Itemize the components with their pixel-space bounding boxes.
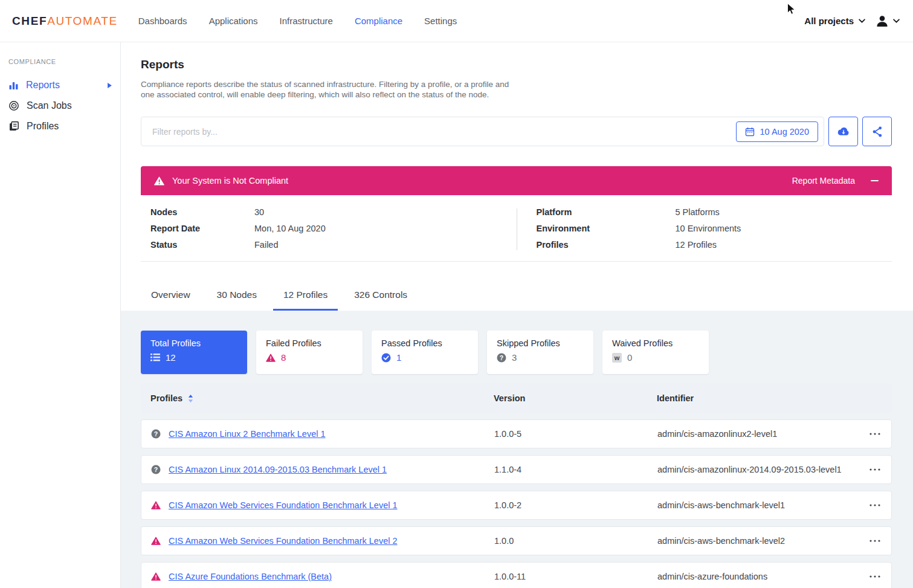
profile-version: 1.1.0-4 [494,465,657,474]
svg-text:?: ? [154,466,158,473]
question-circle-icon: ? [151,465,161,474]
tab-nodes[interactable]: 30 Nodes [207,283,267,311]
card-passed-profiles[interactable]: Passed Profiles 1 [372,331,478,374]
share-report-button[interactable] [862,117,892,146]
question-circle-icon: ? [151,429,161,439]
more-options-button[interactable] [857,433,882,435]
waived-badge-icon: w [612,353,622,363]
bar-chart-icon [8,80,19,90]
warning-triangle-icon [151,537,161,545]
profile-link[interactable]: CIS Amazon Linux 2 Benchmark Level 1 [169,429,326,439]
profile-version: 1.0.0-5 [494,429,657,439]
check-circle-icon [381,353,391,363]
more-options-button[interactable] [857,540,882,542]
more-options-button[interactable] [857,504,882,506]
expand-right-icon[interactable] [108,83,112,88]
warning-triangle-icon [151,501,161,509]
more-options-button[interactable] [857,468,882,471]
card-waived-profiles[interactable]: Waived Profiles w 0 [602,331,709,374]
tab-profiles[interactable]: 12 Profiles [273,283,338,311]
nav-applications[interactable]: Applications [209,16,258,26]
report-metadata-panel: Nodes 30 Report Date Mon, 10 Aug 2020 St… [141,195,892,262]
page-description: Compliance reports describe the status o… [141,79,515,100]
svg-text:?: ? [154,430,158,438]
warning-triangle-icon [266,354,276,362]
profile-link[interactable]: CIS Amazon Web Services Foundation Bench… [169,500,398,510]
app-header: CHEFAUTOMATE Dashboards Applications Inf… [0,0,913,42]
profiles-icon [8,121,19,132]
projects-dropdown[interactable]: All projects [804,16,865,26]
cloud-download-icon [837,126,850,137]
warning-triangle-icon [154,176,164,186]
report-metadata-toggle[interactable]: Report Metadata [792,176,879,186]
table-row: CIS Amazon Web Services Foundation Bench… [141,526,892,555]
sidebar-item-label: Profiles [27,121,59,132]
warning-triangle-icon [151,572,161,581]
profile-identifier: admin/cis-amazonlinux-2014.09-2015.03-le… [657,465,857,474]
minus-collapse-icon[interactable] [871,180,879,181]
logo-automate: AUTOMATE [47,15,118,27]
filter-reports-input[interactable] [141,127,736,137]
profile-version: 1.0.0 [494,536,657,546]
sidebar-item-label: Scan Jobs [27,100,72,111]
table-row: ? CIS Amazon Linux 2014.09-2015.03 Bench… [141,455,892,484]
user-menu-dropdown[interactable] [875,14,900,28]
projects-label: All projects [804,16,854,26]
top-nav: Dashboards Applications Infrastructure C… [138,16,457,26]
page-title: Reports [141,58,892,71]
sidebar-item-reports[interactable]: Reports [8,75,120,95]
compliance-sidebar: COMPLIANCE Reports Scan Jobs Profiles [0,42,121,588]
compliance-status-banner: Your System is Not Compliant Report Meta… [141,166,892,195]
download-report-button[interactable] [828,117,858,146]
profiles-table-header: Profiles Version Identifier [141,383,892,413]
sort-icon[interactable] [188,395,193,402]
profile-identifier: admin/cis-aws-benchmark-level1 [657,500,857,510]
tab-controls[interactable]: 326 Controls [344,283,418,311]
profile-link[interactable]: CIS Azure Foundations Benchmark (Beta) [169,572,332,581]
metadata-row-report-date: Report Date Mon, 10 Aug 2020 [150,224,517,234]
share-icon [871,126,883,138]
question-circle-icon: ? [497,353,506,363]
metadata-row-status: Status Failed [150,240,517,250]
profile-identifier: admin/cis-azure-foundations [657,572,857,581]
table-row: ? CIS Amazon Linux 2 Benchmark Level 1 1… [141,419,892,448]
column-header-profiles[interactable]: Profiles [150,393,494,403]
chef-automate-logo[interactable]: CHEFAUTOMATE [12,15,118,28]
profile-link[interactable]: CIS Amazon Web Services Foundation Bench… [169,536,398,546]
profile-identifier: admin/cis-amazonlinux2-level1 [657,429,857,439]
card-count: 12 [166,352,176,363]
date-picker-button[interactable]: 10 Aug 2020 [736,121,818,142]
metadata-divider [517,208,517,250]
metadata-row-platform: Platform 5 Platforms [537,207,892,218]
card-failed-profiles[interactable]: Failed Profiles 8 [256,331,363,374]
header-right: All projects [804,14,900,28]
sidebar-item-label: Reports [26,80,60,91]
profile-version: 1.0.0-2 [494,500,657,510]
nav-settings[interactable]: Settings [424,16,457,26]
metadata-row-environment: Environment 10 Environments [537,224,892,234]
nav-infrastructure[interactable]: Infrastructure [280,16,333,26]
sidebar-item-scan-jobs[interactable]: Scan Jobs [8,95,120,116]
nav-dashboards[interactable]: Dashboards [138,16,187,26]
more-options-button[interactable] [857,575,882,578]
profile-stat-cards: Total Profiles 12 Failed Profiles [141,331,892,374]
filter-toolbar: 10 Aug 2020 [141,117,892,146]
profile-link[interactable]: CIS Amazon Linux 2014.09-2015.03 Benchma… [169,465,387,474]
table-row: CIS Amazon Web Services Foundation Bench… [141,491,892,520]
tab-overview[interactable]: Overview [141,283,201,311]
radar-icon [8,100,19,111]
card-total-profiles[interactable]: Total Profiles 12 [141,331,247,374]
sidebar-section-label: COMPLIANCE [8,58,120,65]
user-avatar-icon [875,14,889,28]
column-header-identifier: Identifier [657,393,858,403]
list-icon [150,354,160,361]
sidebar-item-profiles[interactable]: Profiles [8,116,120,137]
metadata-row-profiles: Profiles 12 Profiles [537,240,892,250]
nav-compliance[interactable]: Compliance [355,16,402,26]
column-header-version: Version [494,393,657,403]
profiles-section: Total Profiles 12 Failed Profiles [121,311,913,588]
filter-box: 10 Aug 2020 [141,117,824,146]
banner-message: Your System is Not Compliant [172,176,288,186]
card-skipped-profiles[interactable]: Skipped Profiles ? 3 [487,331,593,374]
card-count: 8 [281,352,286,363]
